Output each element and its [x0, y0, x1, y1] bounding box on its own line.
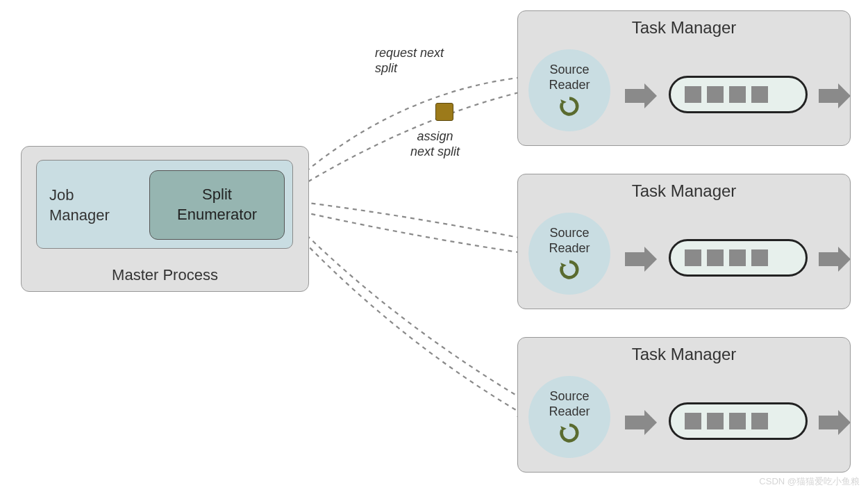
- queue-item: [707, 249, 724, 266]
- arrow-right-icon: [817, 245, 852, 273]
- request-annotation: request nextsplit: [375, 46, 444, 76]
- queue-item: [751, 86, 768, 103]
- source-reader-circle: SourceReader: [528, 213, 610, 295]
- task-manager-2: Task Manager SourceReader: [517, 174, 851, 309]
- refresh-icon: [558, 95, 581, 118]
- source-reader-label: SourceReader: [549, 389, 590, 419]
- arrow-right-icon: [624, 409, 658, 436]
- source-reader-label: SourceReader: [549, 226, 590, 256]
- arrow-right-icon: [817, 82, 852, 110]
- master-process-label: Master Process: [22, 266, 308, 284]
- task-manager-1: Task Manager SourceReader: [517, 10, 851, 146]
- source-reader-circle: SourceReader: [528, 376, 610, 458]
- queue-item: [729, 86, 746, 103]
- source-reader-circle: SourceReader: [528, 49, 610, 131]
- refresh-icon: [558, 258, 581, 281]
- queue-item: [707, 413, 724, 429]
- queue-item: [707, 86, 724, 103]
- assign-annotation: assignnext split: [410, 129, 460, 159]
- refresh-icon: [558, 421, 581, 445]
- queue-item: [751, 413, 768, 429]
- arrow-right-icon: [817, 409, 852, 436]
- queue-item: [751, 249, 768, 266]
- queue-item: [685, 249, 701, 266]
- split-enumerator-box: SplitEnumerator: [149, 170, 285, 240]
- job-manager-label: JobManager: [49, 186, 110, 225]
- queue-box: [669, 239, 808, 277]
- queue-item: [685, 86, 701, 103]
- queue-box: [669, 76, 808, 113]
- task-manager-label: Task Manager: [518, 345, 850, 364]
- queue-item: [729, 249, 746, 266]
- task-manager-label: Task Manager: [518, 18, 850, 38]
- watermark: CSDN @猫猫爱吃小鱼粮: [759, 475, 860, 488]
- queue-item: [729, 413, 746, 429]
- source-reader-label: SourceReader: [549, 63, 590, 92]
- task-manager-label: Task Manager: [518, 181, 850, 201]
- split-token-icon: [435, 103, 453, 121]
- queue-box: [669, 402, 808, 440]
- queue-item: [685, 413, 701, 429]
- split-enumerator-label: SplitEnumerator: [177, 185, 257, 224]
- arrow-right-icon: [624, 245, 658, 273]
- task-manager-3: Task Manager SourceReader: [517, 337, 851, 473]
- arrow-right-icon: [624, 82, 658, 110]
